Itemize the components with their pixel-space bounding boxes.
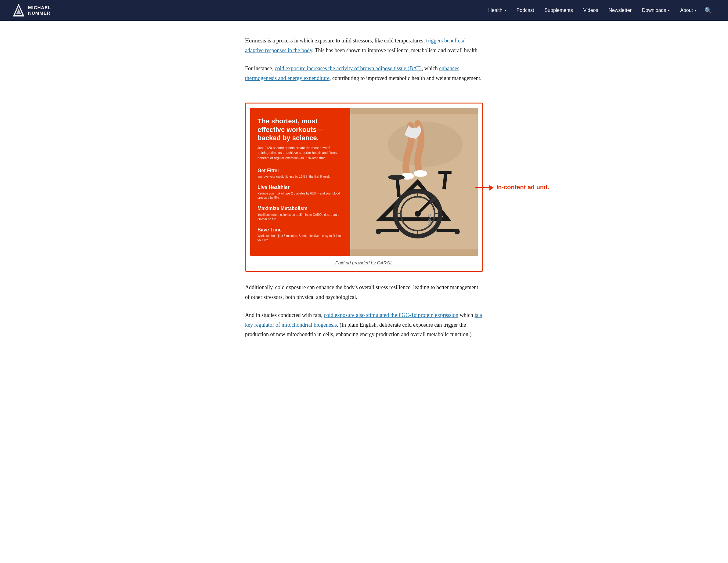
ad-feature-title-0: Get Fitter — [258, 166, 343, 175]
svg-point-22 — [376, 229, 381, 234]
ad-caption: Paid ad provided by CAROL — [250, 259, 478, 267]
ad-text-side: The shortest, most effective workouts—ba… — [250, 108, 350, 256]
ad-feature-title-1: Live Healthier — [258, 183, 343, 191]
ad-feature-0: Get Fitter Improve your cardio fitness b… — [258, 166, 343, 179]
nav-item-downloads[interactable]: Downloads — [638, 4, 674, 17]
paragraph-1: Hormesis is a process in which exposure … — [245, 36, 483, 55]
svg-line-8 — [444, 172, 446, 189]
svg-line-7 — [397, 178, 399, 197]
main-nav: MICHAEL KUMMER Health Podcast Supplement… — [0, 0, 728, 21]
nav-link-podcast[interactable]: Podcast — [512, 4, 539, 17]
site-logo[interactable]: MICHAEL KUMMER — [12, 3, 51, 18]
ad-feature-desc-1: Reduce your risk of type 2 diabetes by 6… — [258, 191, 343, 200]
nav-item-podcast[interactable]: Podcast — [512, 4, 539, 17]
nav-links: Health Podcast Supplements Videos Newsle… — [484, 4, 701, 17]
paragraph-2: For instance, cold exposure increases th… — [245, 64, 483, 83]
nav-link-newsletter[interactable]: Newsletter — [604, 4, 636, 17]
svg-text:CAROL: CAROL — [428, 214, 431, 226]
nav-link-supplements[interactable]: Supplements — [540, 4, 577, 17]
ad-subheadline: Just 2x20-second sprints create the most… — [258, 145, 343, 161]
nav-link-health[interactable]: Health — [484, 4, 510, 17]
ad-feature-title-2: Maximize Metabolism — [258, 204, 343, 212]
ad-feature-title-3: Save Time — [258, 225, 343, 234]
ad-container[interactable]: The shortest, most effective workouts—ba… — [245, 103, 483, 272]
paragraph-4: And in studies conducted with rats, cold… — [245, 311, 483, 340]
ad-feature-desc-2: You'll burn more calories on a 15-minute… — [258, 213, 343, 221]
nav-item-about[interactable]: About — [676, 4, 701, 17]
ad-feature-desc-0: Improve your cardio fitness by 12% in th… — [258, 175, 343, 179]
logo-text: MICHAEL KUMMER — [28, 5, 51, 16]
nav-item-newsletter[interactable]: Newsletter — [604, 4, 636, 17]
ad-image-side: CAROL — [350, 108, 478, 256]
nav-link-downloads[interactable]: Downloads — [638, 4, 674, 17]
svg-point-4 — [388, 122, 463, 167]
ad-section: The shortest, most effective workouts—ba… — [245, 92, 483, 283]
ad-headline: The shortest, most effective workouts—ba… — [258, 117, 343, 142]
nav-link-about[interactable]: About — [676, 4, 701, 17]
ad-annotation: In-content ad unit. — [475, 182, 549, 192]
svg-point-10 — [388, 175, 405, 180]
logo-icon — [12, 3, 25, 18]
ad-feature-3: Save Time Workouts from just 5 minutes. … — [258, 225, 343, 242]
nav-item-health[interactable]: Health — [484, 4, 510, 17]
ad-inner: The shortest, most effective workouts—ba… — [250, 108, 478, 256]
article-body: Hormesis is a process in which exposure … — [245, 36, 483, 340]
search-button[interactable]: 🔍 — [701, 4, 716, 16]
nav-item-supplements[interactable]: Supplements — [540, 4, 577, 17]
nav-link-videos[interactable]: Videos — [579, 4, 603, 17]
link-bat[interactable]: cold exposure increases the activity of … — [275, 65, 421, 71]
annotation-text: In-content ad unit. — [496, 182, 549, 192]
ad-feature-2: Maximize Metabolism You'll burn more cal… — [258, 204, 343, 221]
content-wrapper: Hormesis is a process in which exposure … — [233, 21, 495, 366]
svg-point-6 — [414, 170, 427, 177]
ad-feature-1: Live Healthier Reduce your risk of type … — [258, 183, 343, 200]
paragraph-3: Additionally, cold exposure can enhance … — [245, 283, 483, 302]
annotation-arrow — [475, 187, 493, 188]
ad-feature-desc-3: Workouts from just 5 minutes. Short, eff… — [258, 234, 343, 242]
svg-point-23 — [455, 229, 460, 234]
link-pgc1a[interactable]: cold exposure also stimulated the PGC-1α… — [324, 312, 458, 318]
ad-bike-image: CAROL — [350, 108, 478, 256]
nav-item-videos[interactable]: Videos — [579, 4, 603, 17]
